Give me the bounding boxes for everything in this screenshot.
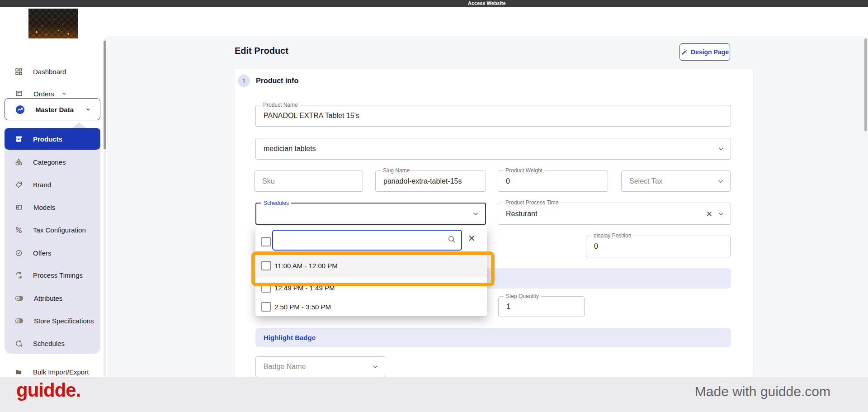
sidebar: Dashboard Orders Master Data [0, 7, 107, 377]
sidebar-item-label: Tax Configuration [33, 226, 86, 234]
product-weight-value: 0 [506, 177, 510, 185]
brand-tag-icon [15, 181, 23, 189]
product-name-value: PANADOL EXTRA Tablet 15's [264, 112, 359, 120]
sidebar-item-dashboard[interactable]: Dashboard [0, 62, 107, 81]
step-quantity-field[interactable]: Step Quantity 1 [498, 296, 585, 317]
sidebar-item-categories[interactable]: Categories [0, 153, 107, 171]
guidde-footer: guidde. Made with guidde.com [0, 377, 868, 412]
sidebar-item-label: Offers [33, 249, 52, 257]
slug-name-field[interactable]: Slug Name panadol-extra-tablet-15s [375, 170, 486, 192]
folder-icon [15, 369, 23, 375]
badge-name-dropdown[interactable]: Badge Name [255, 356, 385, 377]
sidebar-item-store-specifications[interactable]: Store Specifications [0, 312, 107, 330]
chevron-down-icon [371, 363, 379, 371]
schedules-label: Schedules [261, 200, 291, 206]
step-number-badge: 1 [238, 75, 250, 87]
design-page-button[interactable]: Design Page [679, 43, 730, 61]
sidebar-item-label: Attributes [34, 294, 62, 302]
highlight-badge-section: Highlight Badge [255, 328, 731, 347]
product-weight-field[interactable]: Product Weight 0 [498, 170, 608, 192]
products-icon [15, 135, 23, 143]
percent-icon [15, 226, 23, 234]
option-label: 2:50 PM - 3:50 PM [274, 303, 331, 311]
sidebar-item-label: Orders [33, 90, 54, 98]
display-position-value: 0 [594, 242, 598, 251]
access-website-label[interactable]: Access Website [468, 0, 506, 6]
display-position-field[interactable]: display Position 0 [586, 236, 731, 257]
sidebar-item-offers[interactable]: Offers [0, 244, 107, 262]
product-process-time-dropdown[interactable]: Product Process Time Resturant ✕ [498, 203, 731, 225]
product-weight-label: Product Weight [503, 167, 545, 174]
schedules-search-input[interactable] [272, 230, 462, 251]
sidebar-item-attributes[interactable]: Attributes [0, 289, 107, 307]
made-with-guidde-label: Made with guidde.com [695, 384, 830, 399]
chevron-down-icon [472, 210, 480, 218]
sidebar-item-products[interactable]: Products [5, 128, 100, 150]
sidebar-item-label: Store Specifications [34, 317, 94, 325]
dashboard-icon [15, 68, 23, 76]
sidebar-item-label: Master Data [35, 106, 74, 114]
chevron-down-icon [85, 106, 91, 113]
process-time-label: Product Process Time [503, 199, 561, 206]
display-position-label: display Position [591, 232, 633, 239]
slug-name-value: panadol-extra-tablet-15s [383, 177, 462, 185]
sidebar-item-label: Dashboard [33, 68, 66, 76]
sidebar-item-schedules[interactable]: Schedules [0, 334, 107, 352]
browser-topbar: Access Website [0, 0, 868, 7]
offer-badge-icon [15, 249, 23, 257]
models-icon [15, 204, 23, 211]
option-checkbox[interactable] [261, 302, 271, 312]
sku-placeholder: Sku [262, 177, 275, 185]
search-icon [448, 235, 456, 244]
process-sync-icon [15, 271, 23, 279]
slug-name-label: Slug Name [381, 167, 412, 174]
process-time-value: Resturant [506, 210, 537, 218]
schedule-update-icon [15, 340, 23, 347]
design-page-label: Design Page [691, 48, 729, 56]
highlight-badge-title: Highlight Badge [264, 334, 316, 341]
step-quantity-value: 1 [506, 303, 510, 311]
orders-icon [15, 90, 23, 97]
sidebar-item-tax-configuration[interactable]: Tax Configuration [0, 221, 107, 239]
sku-field[interactable]: Sku [254, 170, 363, 192]
page-scrollbar-thumb[interactable] [864, 38, 867, 131]
schedule-option-3[interactable]: 2:50 PM - 3:50 PM [255, 298, 487, 316]
sidebar-item-label: Process Timings [33, 271, 83, 279]
schedules-dropdown[interactable]: Schedules [255, 203, 486, 225]
sidebar-item-master-data[interactable]: Master Data [5, 98, 100, 120]
sidebar-item-brand[interactable]: Brand [0, 175, 107, 194]
select-all-checkbox[interactable] [261, 237, 271, 246]
click-highlight-annotation [251, 251, 495, 286]
company-logo [28, 9, 78, 38]
sidebar-item-label: Schedules [33, 340, 65, 347]
sidebar-item-label: Products [33, 135, 62, 143]
step-title: Product info [256, 77, 298, 85]
select-tax-dropdown[interactable]: Select Tax [621, 170, 731, 192]
clear-icon[interactable]: ✕ [706, 209, 712, 218]
chevron-down-icon [717, 210, 725, 218]
step-quantity-label: Step Quantity [504, 293, 541, 299]
sidebar-item-models[interactable]: Models [0, 198, 107, 216]
category-select[interactable]: medician tablets [255, 138, 731, 160]
sidebar-item-label: Categories [33, 158, 66, 166]
product-name-field[interactable]: Product Name PANADOL EXTRA Tablet 15's [255, 105, 731, 127]
select-tax-placeholder: Select Tax [629, 177, 663, 185]
sidebar-item-label: Brand [33, 181, 51, 189]
design-wand-icon [681, 49, 688, 56]
toggle-icon [15, 295, 24, 301]
page-title: Edit Product [235, 46, 288, 56]
categories-icon [15, 158, 23, 166]
sidebar-scrollbar-thumb[interactable] [104, 41, 106, 149]
toggle-icon [15, 318, 24, 324]
chevron-down-icon [61, 90, 67, 97]
master-data-icon [15, 105, 25, 114]
sidebar-item-process-timings[interactable]: Process Timings [0, 266, 107, 284]
sidebar-item-label: Models [33, 204, 55, 211]
sidebar-item-label: Bulk Import/Export [33, 368, 89, 376]
close-search-icon[interactable]: ✕ [468, 233, 476, 244]
category-value: medician tablets [264, 145, 316, 153]
guidde-logo: guidde. [16, 379, 80, 401]
badge-name-placeholder: Badge Name [264, 363, 306, 371]
chevron-down-icon [717, 145, 725, 153]
chevron-down-icon [717, 177, 725, 185]
